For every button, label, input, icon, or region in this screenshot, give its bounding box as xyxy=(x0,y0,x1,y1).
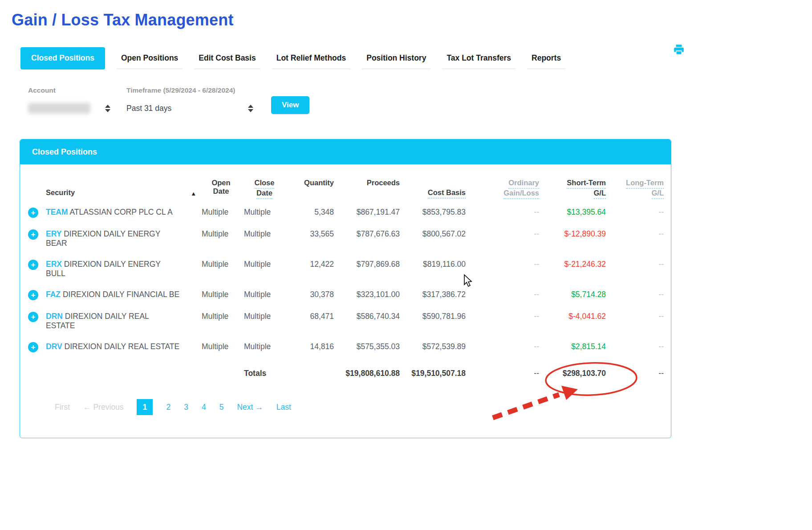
quantity-cell: 14,816 xyxy=(287,336,336,358)
proceeds-column-header[interactable]: Proceeds xyxy=(336,171,402,202)
close-date-cell: Multiple xyxy=(242,202,287,224)
security-ticker[interactable]: ERX xyxy=(46,260,62,269)
security-ticker[interactable]: TEAM xyxy=(46,208,68,216)
open-date-cell: Multiple xyxy=(200,284,242,306)
tab-edit-cost-basis[interactable]: Edit Cost Basis xyxy=(194,47,260,69)
gain-loss-tax-management-page: Gain / Loss Tax Management Closed Positi… xyxy=(0,0,812,530)
pagination-page-5[interactable]: 5 xyxy=(219,403,224,412)
proceeds-cell: $787,676.63 xyxy=(336,224,402,254)
table-row: + ERX DIREXION DAILY ENERGYBULL Multiple… xyxy=(26,254,666,284)
expand-row-button[interactable]: + xyxy=(28,312,38,322)
security-name: DIREXION DAILY REAL xyxy=(65,312,149,321)
view-button[interactable]: View xyxy=(271,96,309,114)
pagination-next[interactable]: Next → xyxy=(237,403,263,412)
cost-basis-column-header[interactable]: Cost Basis xyxy=(402,171,467,202)
tab-position-history[interactable]: Position History xyxy=(362,47,430,69)
open-date-column-header[interactable]: OpenDate xyxy=(200,171,242,202)
select-spinner-icon xyxy=(248,105,253,112)
table-row: + ERY DIREXION DAILY ENERGYBEAR Multiple… xyxy=(26,224,666,254)
pagination-last[interactable]: Last xyxy=(276,403,291,412)
closed-positions-panel: Closed Positions Security ▲ xyxy=(20,139,671,438)
proceeds-cell: $586,740.34 xyxy=(336,306,402,336)
tab-reports[interactable]: Reports xyxy=(527,47,565,69)
printer-icon xyxy=(673,44,685,55)
ordinary-gainloss-cell: -- xyxy=(467,202,541,224)
short-term-gl-cell: $13,395.64 xyxy=(541,202,608,224)
expand-row-button[interactable]: + xyxy=(28,208,38,218)
sort-ascending-icon: ▲ xyxy=(191,190,198,197)
pagination-page-3[interactable]: 3 xyxy=(184,403,188,412)
account-select[interactable] xyxy=(28,101,110,116)
short-term-gl-column-header[interactable]: Short-Term G/L xyxy=(541,171,608,202)
table-row: + DRV DIREXION DAILY REAL ESTATE Multipl… xyxy=(26,336,666,358)
table-row: + DRN DIREXION DAILY REALESTATE Multiple… xyxy=(26,306,666,336)
short-term-gl-cell: $-21,246.32 xyxy=(541,254,608,284)
proceeds-cell: $797,869.68 xyxy=(336,254,402,284)
totals-short-term-gl: $298,103.70 xyxy=(541,358,608,384)
quantity-cell: 12,422 xyxy=(287,254,336,284)
totals-cost-basis: $19,510,507.18 xyxy=(402,358,467,384)
tab-open-positions[interactable]: Open Positions xyxy=(117,47,183,69)
open-date-cell: Multiple xyxy=(200,306,242,336)
cost-basis-cell: $819,116.00 xyxy=(402,254,467,284)
security-name: ATLASSIAN CORP PLC CL A xyxy=(69,208,172,216)
long-term-gl-cell: -- xyxy=(608,336,666,358)
security-name: DIREXION DAILY ENERGY xyxy=(64,260,161,269)
ordinary-gainloss-cell: -- xyxy=(467,224,541,254)
table-header-row: Security ▲ OpenDate Close Date Quantity … xyxy=(26,171,666,202)
security-ticker[interactable]: ERY xyxy=(46,229,61,238)
table-row: + TEAM ATLASSIAN CORP PLC CL A Multiple … xyxy=(26,202,666,224)
long-term-gl-cell: -- xyxy=(608,224,666,254)
close-date-cell: Multiple xyxy=(242,306,287,336)
quantity-cell: 30,378 xyxy=(287,284,336,306)
pagination-page-2[interactable]: 2 xyxy=(166,403,171,412)
page-title: Gain / Loss Tax Management xyxy=(12,11,812,29)
open-date-cell: Multiple xyxy=(200,224,242,254)
security-ticker[interactable]: DRV xyxy=(46,342,62,351)
totals-row: Totals $19,808,610.88 $19,510,507.18 -- … xyxy=(26,358,666,384)
quantity-cell: 68,471 xyxy=(287,306,336,336)
cost-basis-cell: $317,386.72 xyxy=(402,284,467,306)
security-column-header[interactable]: Security ▲ xyxy=(44,171,200,202)
totals-label: Totals xyxy=(242,358,287,384)
timeframe-label: Timeframe (5/29/2024 - 6/28/2024) xyxy=(126,86,253,94)
ordinary-gainloss-cell: -- xyxy=(467,284,541,306)
security-name: DIREXION DAILY FINANCIAL BE xyxy=(63,290,179,299)
close-date-cell: Multiple xyxy=(242,254,287,284)
cost-basis-cell: $590,781.96 xyxy=(402,306,467,336)
expand-row-button[interactable]: + xyxy=(28,342,38,352)
short-term-gl-cell: $-12,890.39 xyxy=(541,224,608,254)
filter-bar: Account Timeframe (5/29/2024 - 6/28/2024… xyxy=(28,86,812,116)
timeframe-value: Past 31 days xyxy=(126,104,171,113)
cost-basis-cell: $800,567.02 xyxy=(402,224,467,254)
timeframe-select[interactable]: Past 31 days xyxy=(126,101,253,116)
long-term-gl-cell: -- xyxy=(608,306,666,336)
security-ticker[interactable]: DRN xyxy=(46,312,63,321)
expand-row-button[interactable]: + xyxy=(28,260,38,270)
print-button[interactable] xyxy=(673,44,685,55)
close-date-column-header[interactable]: Close Date xyxy=(242,171,287,202)
pagination-previous: ← Previous xyxy=(83,403,123,412)
pagination-page-1[interactable]: 1 xyxy=(137,399,153,415)
table-row: + FAZ DIREXION DAILY FINANCIAL BE Multip… xyxy=(26,284,666,306)
cost-basis-cell: $572,539.89 xyxy=(402,336,467,358)
ordinary-gainloss-column-header[interactable]: Ordinary Gain/Loss xyxy=(467,171,541,202)
close-date-cell: Multiple xyxy=(242,336,287,358)
ordinary-gainloss-cell: -- xyxy=(467,306,541,336)
short-term-gl-cell: $2,815.14 xyxy=(541,336,608,358)
ordinary-gainloss-cell: -- xyxy=(467,336,541,358)
security-name: DIREXION DAILY ENERGY xyxy=(64,229,160,238)
tab-tax-lot-transfers[interactable]: Tax Lot Transfers xyxy=(442,47,516,69)
pagination-page-4[interactable]: 4 xyxy=(202,403,206,412)
expand-row-button[interactable]: + xyxy=(28,290,38,300)
short-term-gl-cell: $5,714.28 xyxy=(541,284,608,306)
account-value-redacted xyxy=(28,103,90,114)
long-term-gl-column-header[interactable]: Long-Term G/L xyxy=(608,171,666,202)
tab-closed-positions[interactable]: Closed Positions xyxy=(20,47,105,69)
quantity-column-header[interactable]: Quantity xyxy=(287,171,336,202)
open-date-cell: Multiple xyxy=(200,336,242,358)
open-date-cell: Multiple xyxy=(200,254,242,284)
security-ticker[interactable]: FAZ xyxy=(46,290,61,299)
expand-row-button[interactable]: + xyxy=(28,229,38,240)
tab-lot-relief-methods[interactable]: Lot Relief Methods xyxy=(272,47,351,69)
